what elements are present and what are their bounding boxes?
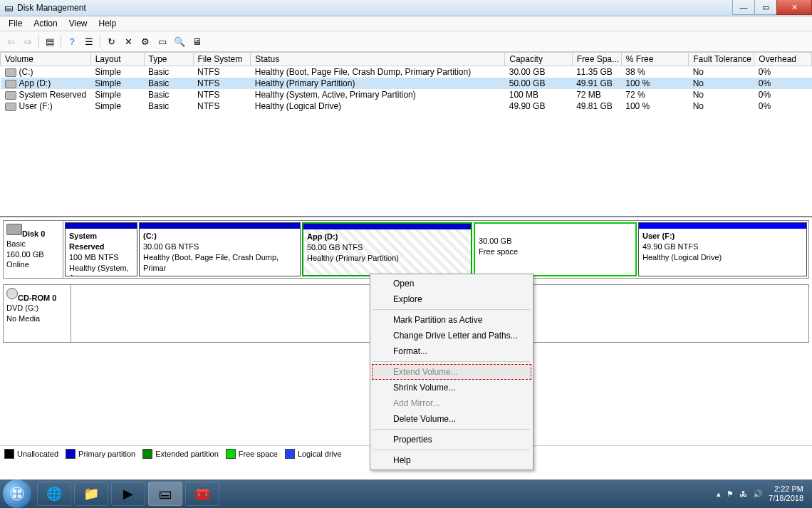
menu-item[interactable]: Shrink Volume... <box>372 380 531 395</box>
col-pctfree[interactable]: % Free <box>621 53 688 66</box>
col-type[interactable]: Type <box>144 53 193 66</box>
window-controls: — ▭ ✕ <box>733 0 812 14</box>
partition-bar <box>66 223 137 229</box>
legend-swatch <box>4 449 14 459</box>
col-fs[interactable]: File System <box>193 53 251 66</box>
col-volume[interactable]: Volume <box>1 53 91 66</box>
disk-row: Disk 0Basic160.00 GBOnlineSystem Reserve… <box>3 220 809 279</box>
menu-action[interactable]: Action <box>28 17 63 30</box>
partition[interactable]: User (F:)49.90 GB NTFSHealthy (Logical D… <box>638 222 807 276</box>
table-row[interactable]: System ReservedSimpleBasicNTFSHealthy (S… <box>1 89 812 100</box>
view-button[interactable]: ☰ <box>81 33 97 49</box>
tray-clock[interactable]: 2:22 PM 7/18/2018 <box>769 484 803 503</box>
tray-flag-icon[interactable]: ⚑ <box>727 489 734 499</box>
refresh-button[interactable]: ↻ <box>103 33 119 49</box>
legend-swatch <box>226 449 236 459</box>
svg-point-0 <box>11 487 24 500</box>
disk-meta[interactable]: Disk 0Basic160.00 GBOnline <box>4 221 63 278</box>
legend-swatch <box>66 449 76 459</box>
col-fault[interactable]: Fault Tolerance <box>689 53 754 66</box>
volume-table: VolumeLayoutTypeFile SystemStatusCapacit… <box>0 52 812 112</box>
tray-show-hidden-icon[interactable]: ▴ <box>717 489 721 499</box>
menu-item: Extend Volume... <box>372 364 531 380</box>
table-row[interactable]: (C:)SimpleBasicNTFSHealthy (Boot, Page F… <box>1 66 812 78</box>
menu-item: Add Mirror... <box>372 395 531 411</box>
disk-icon <box>6 288 18 299</box>
window-title: Disk Management <box>17 3 86 13</box>
taskbar-ie[interactable]: 🌐 <box>37 482 71 506</box>
volume-list[interactable]: VolumeLayoutTypeFile SystemStatusCapacit… <box>0 52 812 217</box>
legend-swatch <box>285 449 295 459</box>
col-layout[interactable]: Layout <box>90 53 144 66</box>
forward-button[interactable]: ⇨ <box>20 33 36 49</box>
legend-swatch <box>142 449 152 459</box>
toolbar: ⇦ ⇨ ▤ ? ☰ ↻ ✕ ⚙ ▭ 🔍 🖥 <box>0 31 812 52</box>
context-menu: OpenExploreMark Partition as ActiveChang… <box>370 274 533 470</box>
partition-bar <box>475 224 635 229</box>
menu-item[interactable]: Properties <box>372 432 531 447</box>
properties-button[interactable]: ▭ <box>155 33 170 49</box>
legend-item: Extended partition <box>142 449 219 459</box>
menu-item[interactable]: Change Drive Letter and Paths... <box>372 328 531 343</box>
volume-icon <box>5 68 16 77</box>
maximize-button[interactable]: ▭ <box>754 0 777 15</box>
back-button[interactable]: ⇦ <box>3 33 19 49</box>
menu-item[interactable]: Mark Partition as Active <box>372 312 531 328</box>
col-free[interactable]: Free Spa... <box>572 53 621 66</box>
menu-item[interactable]: Delete Volume... <box>372 411 531 427</box>
taskbar-explorer[interactable]: 📁 <box>74 482 108 506</box>
table-row[interactable]: App (D:)SimpleBasicNTFSHealthy (Primary … <box>1 78 812 89</box>
taskbar-media[interactable]: ▶ <box>111 482 145 506</box>
col-status[interactable]: Status <box>251 53 505 66</box>
menu-help[interactable]: Help <box>93 17 123 30</box>
disk-meta[interactable]: CD-ROM 0DVD (G:)No Media <box>4 285 71 342</box>
menu-view[interactable]: View <box>63 17 93 30</box>
action-button[interactable]: ⚙ <box>137 33 153 49</box>
titlebar: 🖴 Disk Management — ▭ ✕ <box>0 0 812 16</box>
partition-bar <box>140 223 300 229</box>
taskbar-toolbox[interactable]: 🧰 <box>185 482 219 506</box>
col-capacity[interactable]: Capacity <box>505 53 572 66</box>
show-hide-button[interactable]: ▤ <box>42 33 58 49</box>
close-button[interactable]: ✕ <box>776 0 812 15</box>
volume-icon <box>5 91 16 100</box>
table-row[interactable]: User (F:)SimpleBasicNTFSHealthy (Logical… <box>1 100 812 112</box>
partition[interactable]: 30.00 GBFree space <box>474 222 637 276</box>
partition[interactable]: App (D:)50.00 GB NTFSHealthy (Primary Pa… <box>302 222 472 276</box>
menubar: File Action View Help <box>0 16 812 31</box>
volume-icon <box>5 80 16 88</box>
partitions: System Reserved100 MB NTFSHealthy (Syste… <box>63 221 808 278</box>
partition[interactable]: (C:)30.00 GB NTFSHealthy (Boot, Page Fil… <box>139 222 301 276</box>
volume-icon <box>5 103 16 111</box>
legend-item: Logical drive <box>285 449 342 459</box>
legend-item: Primary partition <box>66 449 135 459</box>
start-button[interactable] <box>3 480 31 508</box>
rescan-button[interactable]: 🔍 <box>172 33 187 49</box>
tray-network-icon[interactable]: 🖧 <box>739 489 747 498</box>
system-tray[interactable]: ▴ ⚑ 🖧 🔊 2:22 PM 7/18/2018 <box>717 484 809 503</box>
delete-button[interactable]: ✕ <box>120 33 136 49</box>
tray-volume-icon[interactable]: 🔊 <box>753 489 763 499</box>
partition-bar <box>639 223 806 229</box>
partition[interactable]: System Reserved100 MB NTFSHealthy (Syste… <box>65 222 137 276</box>
disk-icon <box>6 224 22 235</box>
minimize-button[interactable]: — <box>732 0 755 15</box>
legend-item: Free space <box>226 449 278 459</box>
taskbar-diskmgmt[interactable]: 🖴 <box>148 482 182 506</box>
col-overhead[interactable]: Overhead <box>754 53 812 66</box>
table-header[interactable]: VolumeLayoutTypeFile SystemStatusCapacit… <box>1 53 812 66</box>
menu-item[interactable]: Open <box>372 276 531 291</box>
app-icon: 🖴 <box>3 2 14 14</box>
menu-item[interactable]: Format... <box>372 343 531 359</box>
settings-button[interactable]: 🖥 <box>189 33 204 49</box>
partition-bar <box>303 224 471 229</box>
menu-file[interactable]: File <box>3 17 28 30</box>
menu-item[interactable]: Explore <box>372 291 531 307</box>
menu-item[interactable]: Help <box>372 452 531 468</box>
legend-item: Unallocated <box>4 449 58 459</box>
taskbar: 🌐📁▶🖴🧰 ▴ ⚑ 🖧 🔊 2:22 PM 7/18/2018 <box>0 480 812 508</box>
help-button[interactable]: ? <box>64 33 80 49</box>
